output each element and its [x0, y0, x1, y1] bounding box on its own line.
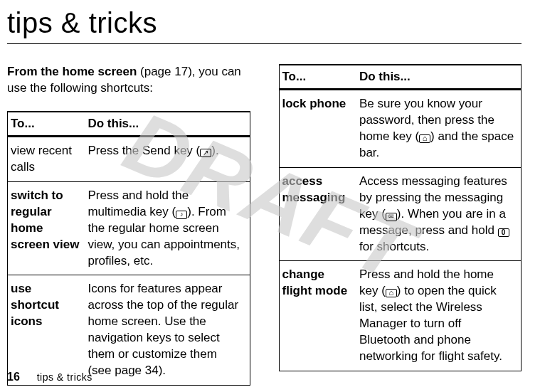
- intro-text: From the home screen (page 17), you can …: [7, 64, 250, 97]
- left-table: To... Do this... view recent callsPress …: [7, 111, 250, 386]
- intro-bold: From the home screen: [7, 65, 137, 78]
- cell-do: Access messaging features by pressing th…: [356, 167, 522, 261]
- page-number: 16: [7, 371, 20, 383]
- content-columns: From the home screen (page 17), you can …: [7, 64, 522, 386]
- table-row: lock phoneBe sure you know your password…: [279, 90, 522, 168]
- cell-do: Press the Send key ().: [85, 136, 250, 181]
- send-key-icon: [200, 149, 211, 157]
- right-table: To... Do this... lock phoneBe sure you k…: [279, 64, 522, 371]
- home-key-icon: [419, 134, 430, 143]
- cell-to: use shortcut icons: [8, 275, 85, 386]
- home-key-icon: [386, 289, 397, 297]
- cell-to: switch to regular home screen view: [8, 181, 85, 275]
- mm-key-icon: [176, 211, 187, 219]
- right-column: To... Do this... lock phoneBe sure you k…: [279, 64, 522, 386]
- msg-key-icon: [386, 213, 397, 221]
- table-row: access messagingAccess messaging feature…: [279, 167, 522, 261]
- cell-to: change flight mode: [279, 261, 356, 371]
- title-rule: [7, 43, 522, 44]
- page-footer: 16 tips & tricks: [7, 371, 92, 383]
- table-row: switch to regular home screen viewPress …: [8, 181, 250, 275]
- cell-do: Press and hold the home key () to open t…: [356, 261, 522, 371]
- cell-to: access messaging: [279, 167, 356, 261]
- table-row: change flight modePress and hold the hom…: [279, 261, 522, 371]
- table-row: view recent callsPress the Send key ().: [8, 136, 250, 181]
- left-column: From the home screen (page 17), you can …: [7, 64, 250, 386]
- left-th-do: Do this...: [85, 112, 250, 137]
- cell-do: Press and hold the multimedia key (). Fr…: [85, 181, 250, 275]
- right-th-do: Do this...: [356, 65, 522, 90]
- zero-key-icon: [498, 228, 509, 237]
- cell-do: Be sure you know your password, then pre…: [356, 90, 522, 168]
- left-th-to: To...: [8, 112, 85, 137]
- cell-do: Icons for features appear across the top…: [85, 275, 250, 386]
- footer-section: tips & tricks: [37, 371, 92, 383]
- cell-to: lock phone: [279, 90, 356, 168]
- page-title: tips & tricks: [7, 7, 522, 39]
- table-row: use shortcut iconsIcons for features app…: [8, 275, 250, 386]
- right-th-to: To...: [279, 65, 356, 90]
- cell-to: view recent calls: [8, 136, 85, 181]
